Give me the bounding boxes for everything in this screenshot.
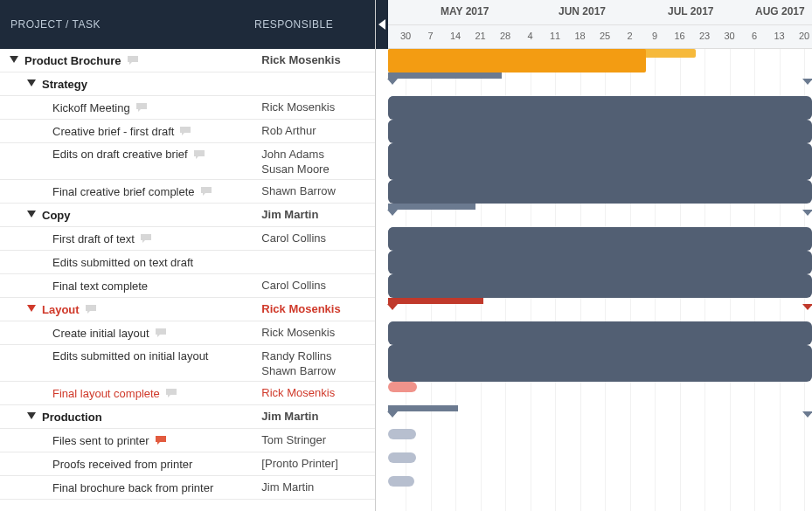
expand-toggle[interactable] (26, 79, 37, 89)
task-cell[interactable]: Edits on draft creative brief (0, 148, 261, 161)
task-row[interactable]: Edits on draft creative briefJohn AdamsS… (0, 143, 375, 180)
task-cell[interactable]: Final brochure back from printer (0, 481, 261, 494)
responsible-cell[interactable]: Randy RollinsShawn Barrow (261, 349, 375, 379)
svg-marker-0 (10, 56, 18, 63)
responsible-name: Rob Arthur (261, 124, 375, 139)
project-bar[interactable] (388, 49, 696, 58)
task-bar[interactable] (388, 321, 417, 332)
comment-icon[interactable] (127, 55, 139, 66)
task-row[interactable]: Final brochure back from printerJim Mart… (0, 476, 375, 500)
task-cell[interactable]: Proofs received from printer (0, 458, 261, 471)
gantt-row (388, 73, 812, 96)
task-cell[interactable]: Edits submitted on text draft (0, 256, 261, 269)
task-bar[interactable] (388, 143, 414, 154)
task-cell[interactable]: Layout (0, 303, 261, 316)
responsible-cell[interactable]: Rick Mosenkis (261, 326, 375, 341)
task-row[interactable]: Kickoff MeetingRick Mosenkis (0, 96, 375, 120)
comment-icon[interactable] (155, 435, 167, 445)
comment-icon[interactable] (85, 304, 97, 314)
task-cell[interactable]: Edits submitted on initial layout (0, 349, 261, 363)
responsible-cell[interactable]: Tom Stringer (261, 433, 375, 448)
task-row[interactable]: Create initial layoutRick Mosenkis (0, 321, 375, 345)
expand-toggle[interactable] (26, 210, 37, 220)
comment-icon[interactable] (179, 126, 191, 136)
responsible-cell[interactable]: Jim Martin (261, 410, 375, 425)
task-bar[interactable] (388, 96, 404, 107)
task-bar[interactable] (388, 476, 414, 487)
comment-icon[interactable] (140, 233, 152, 244)
task-bar[interactable] (388, 429, 416, 439)
responsible-name: [Pronto Printer] (261, 457, 375, 472)
task-bar[interactable] (388, 251, 414, 261)
task-row[interactable]: CopyJim Martin (0, 204, 375, 227)
responsible-cell[interactable]: Jim Martin (261, 208, 375, 223)
responsible-cell[interactable]: Rick Mosenkis (261, 386, 375, 401)
collapse-sidebar-button[interactable] (376, 0, 388, 49)
task-bar[interactable] (388, 345, 417, 356)
task-bar[interactable] (388, 452, 416, 463)
responsible-name: John Adams (261, 148, 375, 162)
expand-toggle[interactable] (26, 411, 37, 422)
task-row[interactable]: Edits submitted on initial layoutRandy R… (0, 345, 375, 382)
task-cell[interactable]: Product Brochure (0, 54, 261, 67)
task-row[interactable]: Creative brief - first draftRob Arthur (0, 120, 375, 143)
task-name: Final layout complete (52, 387, 160, 400)
expand-toggle[interactable] (26, 304, 37, 314)
task-cell[interactable]: Production (0, 411, 261, 424)
responsible-cell[interactable]: Shawn Barrow (261, 184, 375, 199)
task-cell[interactable]: Files sent to printer (0, 434, 261, 447)
task-row[interactable]: Final text completeCarol Collins (0, 274, 375, 298)
task-cell[interactable]: Final layout complete (0, 387, 261, 400)
responsible-cell[interactable]: Carol Collins (261, 279, 375, 293)
task-cell[interactable]: Final text complete (0, 280, 261, 293)
task-row[interactable]: Edits submitted on text draft (0, 251, 375, 274)
task-cell[interactable]: Creative brief - first draft (0, 125, 261, 138)
responsible-cell[interactable]: Rick Mosenkis (261, 302, 375, 317)
expand-toggle[interactable] (9, 55, 19, 66)
task-row[interactable]: Strategy (0, 73, 375, 96)
task-row[interactable]: Files sent to printerTom Stringer (0, 429, 375, 452)
task-row[interactable]: LayoutRick Mosenkis (0, 298, 375, 321)
task-row[interactable]: First draft of textCarol Collins (0, 227, 375, 251)
task-cell[interactable]: Final creative brief complete (0, 185, 261, 198)
column-header-task[interactable]: PROJECT / TASK (10, 18, 254, 31)
task-bar[interactable] (388, 180, 414, 190)
task-row[interactable]: ProductionJim Martin (0, 405, 375, 429)
responsible-cell[interactable]: Carol Collins (261, 231, 375, 246)
task-cell[interactable]: Strategy (0, 78, 261, 91)
task-list-panel: PROJECT / TASK RESPONSIBLE Product Broch… (0, 0, 376, 511)
summary-bar[interactable] (388, 204, 475, 210)
task-row[interactable]: Final creative brief completeShawn Barro… (0, 180, 375, 204)
task-bar[interactable] (388, 382, 417, 392)
responsible-cell[interactable]: Rick Mosenkis (261, 100, 375, 115)
task-row[interactable]: Final layout completeRick Mosenkis (0, 382, 375, 405)
responsible-cell[interactable]: Rick Mosenkis (261, 53, 375, 68)
responsible-cell[interactable]: Jim Martin (261, 480, 375, 495)
comment-icon[interactable] (135, 102, 148, 113)
task-cell[interactable]: Copy (0, 209, 261, 222)
gantt-row (388, 298, 812, 321)
task-bar[interactable] (388, 274, 414, 285)
gantt-row (388, 180, 812, 204)
task-cell[interactable]: Create initial layout (0, 327, 261, 340)
comment-icon[interactable] (200, 186, 212, 197)
comment-icon[interactable] (193, 149, 205, 160)
task-cell[interactable]: First draft of text (0, 232, 261, 245)
task-row[interactable]: Product BrochureRick Mosenkis (0, 49, 375, 73)
task-cell[interactable]: Kickoff Meeting (0, 101, 261, 114)
comment-icon[interactable] (155, 328, 167, 338)
summary-bar[interactable] (388, 405, 458, 411)
month-label: JUL 2017 (668, 5, 713, 17)
summary-bar[interactable] (388, 298, 483, 304)
responsible-cell[interactable]: [Pronto Printer] (261, 457, 375, 472)
task-row[interactable]: Proofs received from printer[Pronto Prin… (0, 452, 375, 476)
responsible-cell[interactable]: John AdamsSusan Moore (261, 148, 375, 177)
day-scale: 30714212841118252916233061320 (388, 24, 812, 49)
summary-bar[interactable] (388, 73, 502, 79)
task-bar[interactable] (388, 120, 419, 130)
gantt-rows[interactable] (388, 49, 812, 511)
column-header-responsible[interactable]: RESPONSIBLE (254, 18, 364, 31)
task-bar[interactable] (388, 227, 419, 238)
responsible-cell[interactable]: Rob Arthur (261, 124, 375, 139)
comment-icon[interactable] (165, 388, 177, 398)
